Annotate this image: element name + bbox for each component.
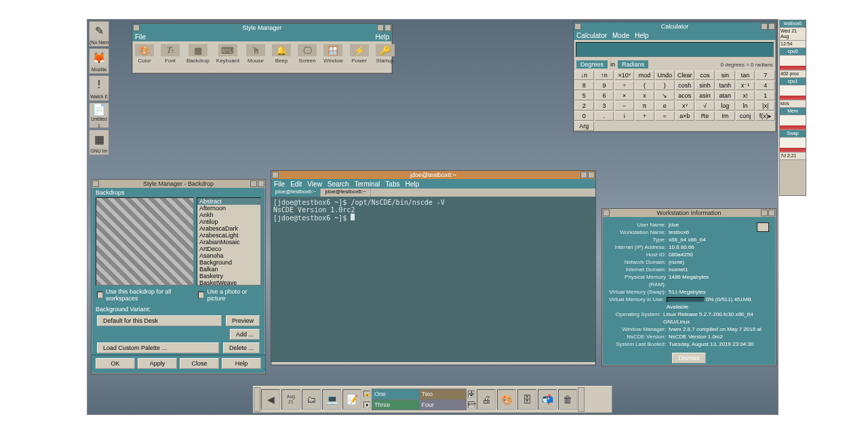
- calc-key[interactable]: x⁻¹: [736, 81, 755, 90]
- maximize-button[interactable]: [768, 23, 775, 30]
- angle-mode-from[interactable]: Degrees: [576, 60, 608, 68]
- apply-button[interactable]: Apply: [138, 358, 177, 369]
- calc-key[interactable]: Undo: [655, 71, 675, 80]
- dock-calendar[interactable]: Aug 21: [281, 389, 300, 410]
- calc-key[interactable]: ↑n: [595, 71, 614, 80]
- calc-key[interactable]: xʸ: [675, 101, 695, 111]
- backdrop-item[interactable]: ArtDeco: [197, 245, 260, 252]
- calc-key[interactable]: π: [635, 101, 654, 111]
- calc-key[interactable]: a×b: [675, 111, 695, 121]
- desktop-icon-gimp[interactable]: ▦GNU Im: [89, 130, 109, 155]
- calc-key[interactable]: mod: [635, 71, 654, 80]
- calc-key[interactable]: Re: [695, 111, 715, 121]
- style-item-screen[interactable]: 🖵Screen: [298, 44, 317, 64]
- dock-appmgr-icon[interactable]: 🗄: [517, 389, 536, 410]
- checkbox-all-workspaces[interactable]: [97, 292, 103, 298]
- minimize-button[interactable]: [377, 24, 384, 31]
- calc-key[interactable]: asin: [695, 91, 715, 100]
- window-titlebar[interactable]: jdoe@testbox6:~: [271, 171, 595, 179]
- style-item-color[interactable]: 🎨Color: [135, 44, 154, 64]
- backdrop-item[interactable]: Afternoon: [197, 205, 260, 212]
- calc-key[interactable]: acos: [675, 91, 695, 100]
- calc-key[interactable]: ÷: [614, 81, 634, 90]
- backdrop-item[interactable]: Background: [197, 259, 260, 266]
- menu-tabs[interactable]: Tabs: [385, 180, 399, 188]
- window-titlebar[interactable]: Style Manager: [132, 24, 392, 32]
- calc-key[interactable]: conj: [736, 111, 755, 121]
- calc-key[interactable]: .: [595, 111, 614, 121]
- calc-key[interactable]: tanh: [715, 81, 735, 90]
- style-item-font[interactable]: 𝑇ₜFont: [161, 44, 180, 64]
- calc-key[interactable]: ): [655, 81, 675, 90]
- desktop-icon-editor[interactable]: ✎(No Nam: [89, 21, 109, 47]
- backdrop-item[interactable]: ArabescaDark: [197, 225, 260, 232]
- load-palette-button[interactable]: Load Custom Palette ...: [97, 342, 219, 353]
- calc-key[interactable]: (: [635, 81, 654, 90]
- calc-key[interactable]: x!: [736, 91, 755, 100]
- calc-key[interactable]: sin: [715, 71, 735, 80]
- menu-file[interactable]: File: [135, 33, 146, 41]
- window-menu-button[interactable]: [272, 172, 279, 178]
- help-button[interactable]: Help: [222, 358, 261, 369]
- style-item-beep[interactable]: 🔔Beep: [272, 44, 291, 64]
- calc-key[interactable]: Im: [715, 111, 735, 121]
- workspace-two[interactable]: Two: [420, 389, 467, 399]
- style-item-window[interactable]: 🪟Window: [323, 44, 342, 64]
- dock-handle-right[interactable]: [578, 387, 585, 412]
- calc-key[interactable]: |x|: [755, 101, 775, 111]
- backdrop-item[interactable]: ArabianMosaic: [197, 239, 260, 245]
- backdrop-list[interactable]: AbstractAfternoonAnkhAntilopArabescaDark…: [197, 197, 261, 285]
- delete-button[interactable]: Delete ...: [223, 342, 260, 353]
- backdrop-item[interactable]: ArabescaLight: [197, 232, 260, 239]
- calc-key[interactable]: cos: [695, 71, 715, 80]
- style-item-startup[interactable]: 🔑Startup: [376, 44, 395, 64]
- exit-button[interactable]: ⏻: [468, 391, 475, 397]
- menu-edit[interactable]: Edit: [290, 180, 302, 188]
- style-item-backdrop[interactable]: ▦Backdrop: [186, 44, 210, 64]
- calc-key[interactable]: +: [635, 111, 654, 121]
- calc-key[interactable]: 3: [595, 101, 614, 111]
- menu-file[interactable]: File: [274, 180, 285, 188]
- backdrop-item[interactable]: Basketry: [197, 273, 260, 279]
- calc-key[interactable]: tan: [736, 71, 755, 80]
- maximize-button[interactable]: [384, 24, 391, 31]
- calc-key[interactable]: √: [695, 101, 715, 111]
- menu-mode[interactable]: Mode: [612, 32, 629, 39]
- dock-handle-left[interactable]: [254, 387, 260, 412]
- dock-back-button[interactable]: ◀: [261, 389, 280, 410]
- calc-key[interactable]: 0: [574, 111, 594, 121]
- calc-key[interactable]: 1: [755, 91, 775, 100]
- window-titlebar[interactable]: Calculator: [574, 22, 776, 31]
- desktop-icon-document[interactable]: 📄Untitled 1: [89, 102, 109, 128]
- backdrop-item[interactable]: Ankh: [197, 212, 260, 218]
- menu-view[interactable]: View: [307, 180, 322, 188]
- terminal-body[interactable]: [jdoe@testbox6 ~]$ /opt/NsCDE/bin/nscde …: [271, 197, 595, 362]
- dock-mail-icon[interactable]: 📬: [538, 389, 557, 410]
- minimize-button[interactable]: [250, 180, 257, 187]
- calc-key[interactable]: 8: [574, 81, 594, 90]
- calc-key[interactable]: 4: [755, 81, 775, 90]
- desktop-icon-watch[interactable]: !Watch E: [89, 75, 109, 101]
- workspace-four[interactable]: Four: [420, 400, 467, 410]
- window-menu-button[interactable]: [133, 24, 140, 31]
- calc-key[interactable]: ↓n: [574, 71, 594, 80]
- backdrop-item[interactable]: Asanoha: [197, 252, 260, 259]
- terminal-tab-1[interactable]: jdoe@testbox6:~: [321, 189, 370, 197]
- calc-key[interactable]: 6: [595, 91, 614, 100]
- menu-help[interactable]: Help: [635, 32, 649, 39]
- terminal-tab-0[interactable]: jdoe@testbox6:~: [271, 189, 321, 197]
- dock-terminal-icon[interactable]: 💻: [322, 389, 341, 410]
- menu-help[interactable]: Help: [375, 33, 389, 41]
- calc-key[interactable]: 2: [574, 101, 594, 111]
- minimize-button[interactable]: [761, 210, 768, 216]
- calc-key[interactable]: =: [655, 111, 675, 121]
- window-titlebar[interactable]: Style Manager - Backdrop: [92, 180, 265, 188]
- dock-printer-icon[interactable]: 🖨: [477, 389, 496, 410]
- backdrop-item[interactable]: BasketWeave: [197, 279, 260, 285]
- window-menu-button[interactable]: [92, 180, 99, 187]
- checkbox-photo[interactable]: [198, 292, 204, 298]
- calc-key[interactable]: e: [655, 101, 675, 111]
- minimize-button[interactable]: [580, 172, 587, 178]
- menu-terminal[interactable]: Terminal: [355, 180, 380, 188]
- calc-key[interactable]: 5: [574, 91, 594, 100]
